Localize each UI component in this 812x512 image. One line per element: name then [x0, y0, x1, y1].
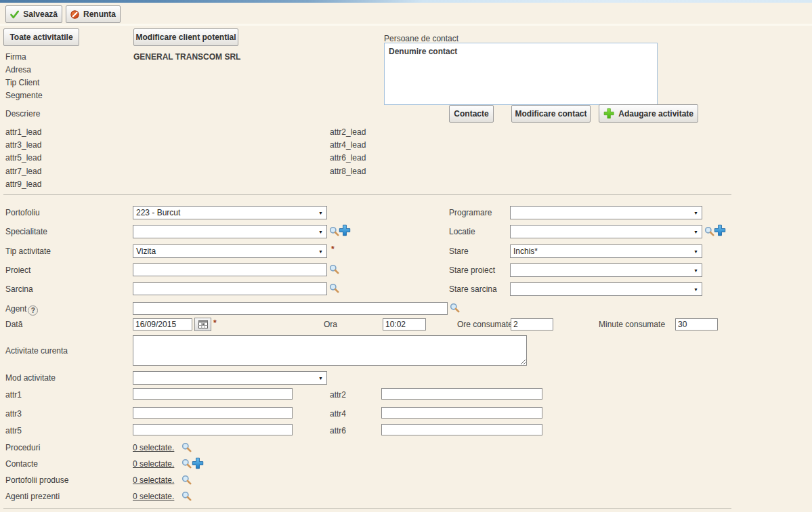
descriere-label: Descriere	[5, 109, 40, 119]
add-activity-button[interactable]: Adaugare activitate	[599, 104, 698, 123]
section-divider-bottom	[3, 508, 731, 509]
search-icon[interactable]	[181, 475, 192, 485]
tip-activitate-value: Vizita	[136, 247, 156, 256]
contacts-button[interactable]: Contacte	[449, 105, 494, 123]
tip-client-label: Tip Client	[5, 78, 39, 88]
mod-activitate-label: Mod activitate	[5, 373, 56, 383]
modify-contact-button[interactable]: Modificare contact	[511, 105, 591, 123]
mod-activitate-select[interactable]: ▼	[133, 371, 327, 385]
attr4-lead-label: attr4_lead	[330, 140, 366, 150]
attr5-input[interactable]	[133, 424, 293, 435]
attr5-label: attr5	[5, 426, 22, 436]
attr2-label: attr2	[330, 390, 346, 400]
ore-consumate-label: Ore consumate	[457, 320, 513, 330]
chevron-down-icon: ▼	[318, 230, 323, 234]
modify-lead-label: Modificare client potential	[135, 33, 236, 42]
plus-icon	[603, 108, 614, 119]
tip-activitate-required: *	[331, 244, 335, 254]
programare-select[interactable]: ▼	[510, 206, 702, 219]
activitate-curenta-textarea[interactable]	[133, 335, 527, 366]
contacts-listbox[interactable]: Denumire contact	[384, 43, 658, 105]
agent-label: Agent?	[5, 304, 38, 316]
help-icon[interactable]: ?	[28, 305, 38, 316]
locatie-select[interactable]: ▼	[510, 225, 702, 238]
proceduri-link[interactable]: 0 selectate.	[133, 443, 174, 452]
ora-input[interactable]	[383, 318, 426, 330]
save-button-label: Salvează	[23, 9, 58, 19]
cancel-icon	[70, 9, 79, 20]
add-activity-label: Adaugare activitate	[618, 109, 693, 119]
attr6-lead-label: attr6_lead	[330, 153, 366, 163]
contacte-link[interactable]: 0 selectate.	[133, 459, 174, 469]
portofoliu-label: Portofoliu	[5, 208, 40, 218]
search-icon[interactable]	[329, 226, 339, 236]
top-strip	[0, 0, 812, 3]
portofoliu-select[interactable]: 223 - Burcut ▼	[133, 206, 327, 219]
agenti-prezenti-label: Agenti prezenti	[5, 492, 60, 502]
minute-consumate-label: Minute consumate	[599, 320, 665, 330]
search-icon[interactable]	[704, 226, 714, 236]
calendar-button[interactable]	[194, 318, 211, 331]
all-activities-button[interactable]: Toate activitatile	[3, 28, 79, 46]
firma-label: Firma	[5, 52, 26, 62]
stare-sarcina-label: Stare sarcina	[449, 284, 497, 295]
minute-consumate-input[interactable]	[675, 318, 718, 330]
proceduri-label: Proceduri	[5, 443, 40, 453]
search-icon[interactable]	[329, 264, 339, 274]
attr1-input[interactable]	[133, 388, 293, 400]
specialitate-select[interactable]: ▼	[133, 225, 327, 238]
calendar-icon	[198, 320, 208, 328]
attr7-lead-label: attr7_lead	[5, 167, 41, 177]
data-input[interactable]	[133, 318, 192, 330]
stare-proiect-select[interactable]: ▼	[510, 263, 702, 277]
cancel-button[interactable]: Renunta	[66, 5, 121, 23]
search-icon[interactable]	[181, 458, 192, 469]
modify-lead-button[interactable]: Modificare client potential	[133, 28, 238, 46]
attr6-label: attr6	[330, 426, 346, 436]
add-icon[interactable]	[192, 457, 204, 469]
agent-input[interactable]	[133, 302, 448, 315]
attr4-input[interactable]	[381, 407, 542, 419]
chevron-down-icon: ▼	[318, 376, 323, 381]
stare-select[interactable]: Inchis* ▼	[510, 244, 702, 258]
attr1-lead-label: attr1_lead	[5, 127, 41, 137]
proiect-input[interactable]	[133, 263, 327, 276]
search-icon[interactable]	[181, 491, 192, 501]
attr3-input[interactable]	[133, 407, 293, 419]
search-icon[interactable]	[181, 442, 192, 452]
contacte-label: Contacte	[5, 459, 38, 469]
attr5-lead-label: attr5_lead	[5, 153, 41, 163]
attr3-lead-label: attr3_lead	[5, 140, 41, 150]
section-divider-top	[3, 194, 731, 195]
chevron-down-icon: ▼	[318, 249, 323, 254]
search-icon[interactable]	[450, 303, 460, 313]
sarcina-input[interactable]	[133, 282, 327, 295]
chevron-down-icon: ▼	[693, 211, 698, 215]
chevron-down-icon: ▼	[693, 268, 698, 273]
specialitate-label: Specialitate	[5, 227, 47, 237]
stare-value: Inchis*	[513, 247, 538, 256]
attr6-input[interactable]	[381, 424, 542, 435]
search-icon[interactable]	[329, 283, 339, 293]
agent-label-text: Agent	[5, 304, 26, 314]
add-icon[interactable]	[339, 224, 351, 236]
ore-consumate-input[interactable]	[511, 318, 553, 330]
company-name: GENERAL TRANSCOM SRL	[133, 52, 240, 62]
tip-activitate-label: Tip activitate	[5, 247, 51, 257]
data-required: *	[213, 318, 217, 328]
portofolii-produse-link[interactable]: 0 selectate.	[133, 475, 174, 485]
cancel-button-label: Renunta	[83, 9, 116, 19]
attr2-input[interactable]	[381, 388, 542, 400]
chevron-down-icon: ▼	[318, 211, 323, 215]
stare-sarcina-select[interactable]: ▼	[510, 282, 702, 296]
ora-label: Ora	[324, 320, 337, 330]
agenti-prezenti-link[interactable]: 0 selectate.	[133, 492, 174, 501]
tip-activitate-select[interactable]: Vizita ▼	[133, 244, 327, 258]
proiect-label: Proiect	[5, 265, 30, 276]
attr2-lead-label: attr2_lead	[330, 127, 366, 137]
add-icon[interactable]	[714, 224, 726, 236]
chevron-down-icon: ▼	[693, 287, 698, 292]
save-button[interactable]: Salvează	[5, 5, 62, 23]
portofolii-produse-label: Portofolii produse	[5, 475, 68, 486]
stare-proiect-label: Stare proiect	[449, 265, 495, 276]
